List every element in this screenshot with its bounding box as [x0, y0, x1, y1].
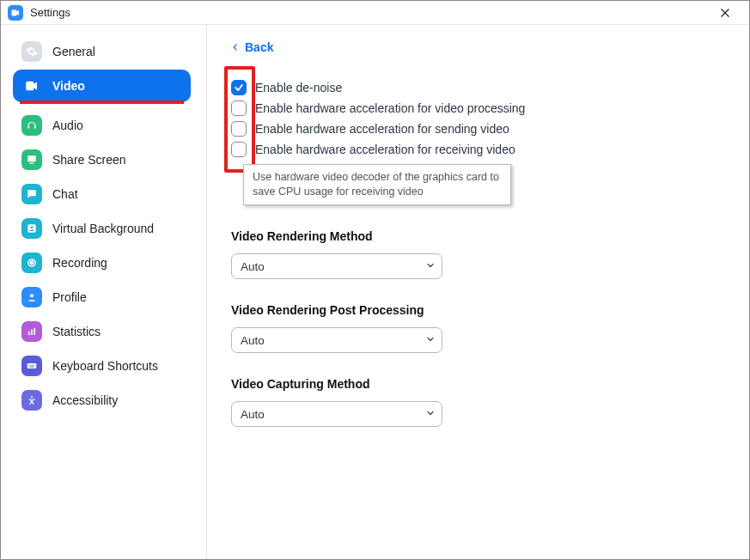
- checkbox-hw-receiving[interactable]: [231, 142, 247, 157]
- checkbox-hw-processing[interactable]: [231, 100, 247, 116]
- sidebar-item-accessibility[interactable]: Accessibility: [13, 384, 191, 417]
- main-panel: Back Enable de-noise Enable hardware acc…: [207, 25, 749, 560]
- advanced-checkboxes: Enable de-noise Enable hardware accelera…: [231, 68, 725, 171]
- sidebar-item-keyboard-shortcuts[interactable]: Keyboard Shortcuts: [13, 350, 191, 382]
- sidebar-item-audio[interactable]: Audio: [13, 109, 191, 142]
- back-label: Back: [245, 40, 273, 54]
- check-icon: [234, 82, 244, 93]
- sidebar-item-video[interactable]: Video: [13, 70, 191, 102]
- svg-rect-11: [32, 365, 33, 366]
- sidebar-item-label: General: [52, 45, 95, 58]
- chat-icon: [21, 184, 42, 204]
- svg-rect-12: [34, 365, 34, 366]
- chevron-left-icon: [231, 43, 240, 52]
- svg-point-4: [30, 294, 34, 297]
- checkbox-label: Enable hardware acceleration for receivi…: [255, 143, 515, 156]
- svg-rect-13: [29, 367, 34, 368]
- keyboard-icon: [21, 356, 42, 376]
- statistics-icon: [21, 321, 42, 342]
- sidebar-item-recording[interactable]: Recording: [13, 247, 191, 279]
- sidebar-item-share-screen[interactable]: Share Screen: [13, 143, 191, 176]
- recording-icon: [21, 253, 42, 273]
- sidebar-item-chat[interactable]: Chat: [13, 178, 191, 210]
- share-screen-icon: [21, 149, 42, 170]
- profile-icon: [21, 287, 42, 307]
- svg-rect-6: [31, 330, 33, 335]
- svg-point-3: [30, 261, 34, 265]
- sidebar-item-statistics[interactable]: Statistics: [13, 315, 191, 348]
- headphones-icon: [21, 115, 42, 136]
- svg-rect-8: [27, 363, 37, 368]
- gear-icon: [21, 41, 42, 62]
- section-title-post-processing: Video Rendering Post Processing: [231, 303, 725, 317]
- check-row-hw-receiving: Enable hardware acceleration for receivi…: [231, 142, 725, 157]
- sidebar-item-label: Accessibility: [52, 393, 118, 407]
- accessibility-icon: [21, 390, 42, 411]
- sidebar-item-label: Keyboard Shortcuts: [52, 359, 158, 373]
- titlebar: Settings: [1, 1, 749, 25]
- select-value: Auto: [241, 408, 265, 421]
- svg-rect-5: [28, 332, 30, 335]
- checkbox-label: Enable de-noise: [255, 81, 342, 94]
- sidebar-item-label: Statistics: [52, 325, 101, 338]
- sidebar-item-label: Virtual Background: [52, 222, 154, 235]
- checkbox-label: Enable hardware acceleration for video p…: [255, 101, 525, 115]
- svg-rect-7: [34, 328, 35, 335]
- select-rendering-method[interactable]: Auto: [231, 253, 442, 279]
- close-button[interactable]: [708, 1, 742, 25]
- back-link[interactable]: Back: [231, 40, 273, 54]
- check-row-hw-sending: Enable hardware acceleration for sending…: [231, 121, 725, 137]
- svg-rect-10: [30, 365, 31, 366]
- checkbox-label: Enable hardware acceleration for sending…: [255, 122, 509, 136]
- tooltip: Use hardware video decoder of the graphi…: [243, 164, 511, 205]
- select-post-processing[interactable]: Auto: [231, 327, 442, 353]
- sidebar-item-virtual-background[interactable]: Virtual Background: [13, 212, 191, 245]
- check-row-hw-processing: Enable hardware acceleration for video p…: [231, 100, 725, 116]
- sidebar-item-profile[interactable]: Profile: [13, 281, 191, 313]
- select-capturing-method[interactable]: Auto: [231, 401, 442, 427]
- svg-rect-9: [29, 365, 30, 366]
- sidebar-item-label: Chat: [52, 187, 78, 201]
- select-value: Auto: [241, 260, 265, 273]
- checkbox-hw-sending[interactable]: [231, 121, 247, 137]
- check-row-denoise: Enable de-noise: [231, 80, 725, 95]
- sidebar-item-label: Share Screen: [52, 153, 126, 167]
- sidebar-item-label: Video: [52, 79, 85, 93]
- annotation-underline: [20, 100, 184, 104]
- virtual-background-icon: [21, 218, 42, 239]
- section-title-capturing: Video Capturing Method: [231, 377, 725, 391]
- sidebar-item-label: Profile: [52, 290, 87, 304]
- svg-point-14: [31, 396, 33, 398]
- select-value: Auto: [241, 334, 265, 347]
- sidebar-item-general[interactable]: General: [13, 35, 191, 68]
- sidebar: General Video Audio Share Screen Ch: [1, 25, 207, 560]
- svg-point-1: [31, 226, 34, 228]
- sidebar-item-label: Audio: [52, 119, 83, 132]
- close-icon: [720, 8, 730, 18]
- window-title: Settings: [30, 6, 70, 19]
- section-title-rendering: Video Rendering Method: [231, 229, 725, 243]
- video-icon: [21, 76, 42, 96]
- sidebar-item-label: Recording: [52, 256, 107, 270]
- app-icon: [8, 5, 23, 21]
- checkbox-denoise[interactable]: [231, 80, 247, 95]
